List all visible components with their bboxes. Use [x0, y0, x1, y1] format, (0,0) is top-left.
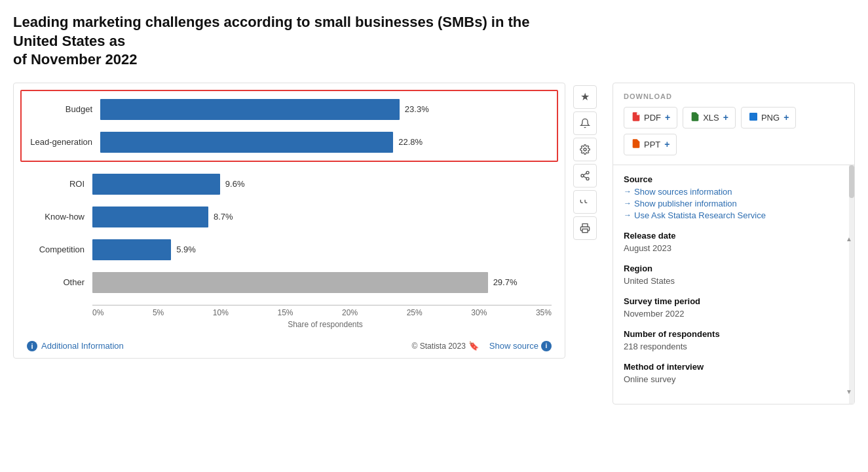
- bell-button[interactable]: [573, 111, 597, 135]
- ppt-icon: [631, 138, 641, 151]
- region-value: United States: [624, 276, 841, 286]
- chart-right-footer: © Statista 2023 🔖 Show source i: [412, 341, 552, 351]
- ppt-button[interactable]: PPT +: [624, 134, 677, 155]
- show-sources-link[interactable]: → Show sources information: [624, 187, 841, 197]
- x-tick-4: 20%: [342, 308, 358, 317]
- share-button[interactable]: [573, 164, 597, 187]
- svg-line-5: [584, 173, 587, 175]
- x-tick-1: 5%: [153, 308, 164, 317]
- svg-point-2: [581, 174, 584, 177]
- pdf-plus: +: [665, 112, 670, 123]
- bar-label-lead: Lead-generation: [28, 137, 100, 147]
- bar-row-budget: Budget 23.3%: [28, 99, 550, 120]
- pdf-icon: [631, 111, 641, 124]
- bar-wrapper-roi: 9.6%: [92, 174, 558, 195]
- png-button[interactable]: PNG +: [741, 107, 796, 128]
- ppt-label: PPT: [644, 140, 660, 149]
- interview-method-block: Method of interview Online survey: [624, 362, 841, 384]
- x-tick-2: 10%: [213, 308, 229, 317]
- x-tick-3: 15%: [277, 308, 293, 317]
- scroll-up-arrow[interactable]: ▲: [844, 234, 854, 245]
- gear-button[interactable]: [573, 138, 597, 161]
- scrollbar-thumb[interactable]: [849, 165, 854, 198]
- show-publisher-link[interactable]: → Show publisher information: [624, 199, 841, 208]
- x-tick-0: 0%: [92, 308, 104, 317]
- ask-statista-label: Use Ask Statista Research Service: [634, 210, 766, 220]
- bar-wrapper-other: 29.7%: [92, 272, 558, 293]
- info-section[interactable]: Source → Show sources information → Show…: [613, 165, 854, 404]
- copyright-badge: © Statista 2023 🔖: [412, 341, 479, 351]
- source-title: Source: [624, 174, 841, 184]
- download-section: DOWNLOAD PDF + XLS +: [613, 83, 854, 165]
- png-label: PNG: [761, 113, 780, 123]
- additional-info-label: Additional Information: [41, 341, 124, 351]
- svg-line-4: [584, 176, 587, 178]
- survey-period-title: Survey time period: [624, 296, 841, 306]
- bar-other: [92, 272, 488, 293]
- bar-label-budget: Budget: [28, 104, 100, 114]
- bar-row-competition: Competition 5.9%: [20, 239, 558, 260]
- ppt-plus: +: [664, 139, 670, 149]
- side-toolbar: ★: [571, 83, 599, 359]
- pdf-button[interactable]: PDF +: [624, 107, 677, 128]
- main-content: Budget 23.3% Lead-generation 22.8%: [13, 83, 855, 404]
- respondents-block: Number of respondents 218 respondents: [624, 329, 841, 351]
- show-sources-label: Show sources information: [634, 187, 732, 197]
- info-wrapper: Source → Show sources information → Show…: [613, 165, 854, 404]
- additional-info-button[interactable]: i Additional Information: [27, 341, 124, 351]
- bar-label-knowhow: Know-how: [20, 212, 92, 222]
- survey-period-value: November 2022: [624, 309, 841, 319]
- quote-button[interactable]: [573, 190, 597, 214]
- bar-lead: [100, 132, 393, 153]
- scrollbar-track: [849, 165, 854, 404]
- scroll-arrows: ▲: [844, 234, 854, 245]
- show-source-info-icon: i: [541, 341, 552, 351]
- bar-row-knowhow: Know-how 8.7%: [20, 206, 558, 227]
- release-date-block: Release date August 2023: [624, 231, 841, 253]
- bar-value-knowhow: 8.7%: [214, 212, 233, 222]
- bar-row-lead: Lead-generation 22.8%: [28, 132, 550, 153]
- release-date-value: August 2023: [624, 243, 841, 253]
- download-label: DOWNLOAD: [624, 92, 844, 100]
- x-tick-7: 35%: [536, 308, 552, 317]
- ask-statista-link[interactable]: → Use Ask Statista Research Service: [624, 210, 841, 220]
- x-axis-ticks: 0% 5% 10% 15% 20% 25% 30% 35%: [92, 305, 552, 317]
- xls-plus: +: [723, 112, 728, 123]
- scroll-down-arrow[interactable]: ▼: [844, 387, 854, 397]
- survey-period-block: Survey time period November 2022: [624, 296, 841, 319]
- svg-rect-7: [749, 113, 757, 121]
- bar-label-competition: Competition: [20, 245, 92, 254]
- bar-label-roi: ROI: [20, 179, 92, 189]
- print-button[interactable]: [573, 216, 597, 240]
- bar-knowhow: [92, 206, 208, 227]
- chart-outer: Budget 23.3% Lead-generation 22.8%: [13, 83, 565, 359]
- bar-value-competition: 5.9%: [176, 245, 196, 254]
- show-source-button[interactable]: Show source i: [489, 341, 552, 351]
- bar-budget: [100, 99, 400, 120]
- svg-rect-6: [582, 229, 588, 232]
- highlighted-bars: Budget 23.3% Lead-generation 22.8%: [20, 90, 558, 162]
- xls-button[interactable]: XLS +: [683, 107, 736, 128]
- source-block: Source → Show sources information → Show…: [624, 174, 841, 220]
- bar-label-other: Other: [20, 277, 92, 287]
- download-buttons: PDF + XLS + PNG +: [624, 107, 844, 155]
- bar-value-budget: 23.3%: [405, 104, 429, 114]
- region-title: Region: [624, 264, 841, 273]
- bar-wrapper-budget: 23.3%: [100, 99, 550, 120]
- star-button[interactable]: ★: [573, 85, 597, 109]
- respondents-value: 218 respondents: [624, 342, 841, 351]
- png-icon: [748, 111, 759, 124]
- x-axis: 0% 5% 10% 15% 20% 25% 30% 35%: [92, 305, 558, 317]
- show-publisher-label: Show publisher information: [634, 199, 737, 208]
- xls-label: XLS: [703, 113, 719, 123]
- bar-wrapper-knowhow: 8.7%: [92, 206, 558, 227]
- png-plus: +: [783, 112, 789, 123]
- x-tick-5: 25%: [407, 308, 423, 317]
- chart-section: Budget 23.3% Lead-generation 22.8%: [13, 83, 599, 359]
- interview-method-value: Online survey: [624, 374, 841, 384]
- svg-point-3: [586, 177, 589, 180]
- bar-competition: [92, 239, 171, 260]
- bar-value-lead: 22.8%: [398, 137, 423, 147]
- bar-wrapper-competition: 5.9%: [92, 239, 558, 260]
- right-panel: DOWNLOAD PDF + XLS +: [613, 83, 855, 404]
